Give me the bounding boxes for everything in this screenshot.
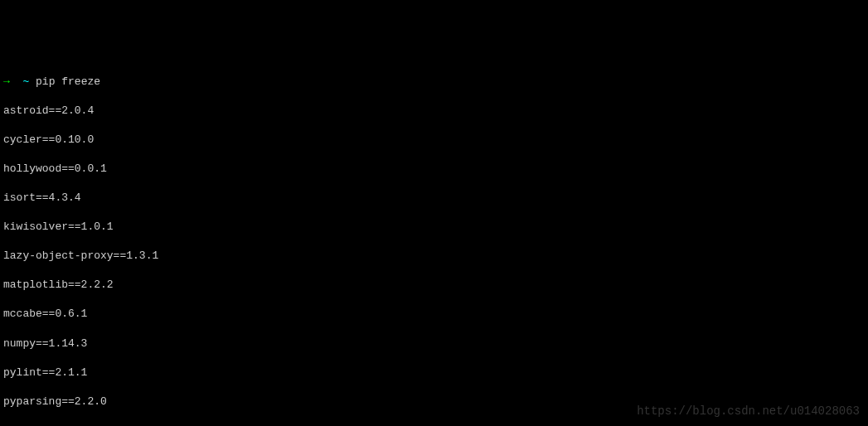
output-line: hollywood==0.0.1 [3, 162, 865, 177]
output-line: lazy-object-proxy==1.3.1 [3, 249, 865, 264]
prompt-arrow-icon: → [3, 75, 10, 88]
command-text: pip freeze [36, 75, 100, 88]
output-line: kiwisolver==1.0.1 [3, 220, 865, 235]
output-line: mccabe==0.6.1 [3, 307, 865, 322]
prompt-line: → ~ pip freeze [3, 75, 865, 90]
output-line: cycler==0.10.0 [3, 133, 865, 148]
terminal-output[interactable]: → ~ pip freeze astroid==2.0.4 cycler==0.… [3, 60, 865, 426]
output-line: matplotlib==2.2.2 [3, 278, 865, 293]
output-line: pylint==2.1.1 [3, 365, 865, 380]
output-line: isort==4.3.4 [3, 191, 865, 206]
prompt-tilde: ~ [22, 75, 29, 88]
watermark-text: https://blog.csdn.net/u014028063 [637, 404, 860, 419]
output-line: astroid==2.0.4 [3, 104, 865, 119]
output-line: numpy==1.14.3 [3, 336, 865, 351]
